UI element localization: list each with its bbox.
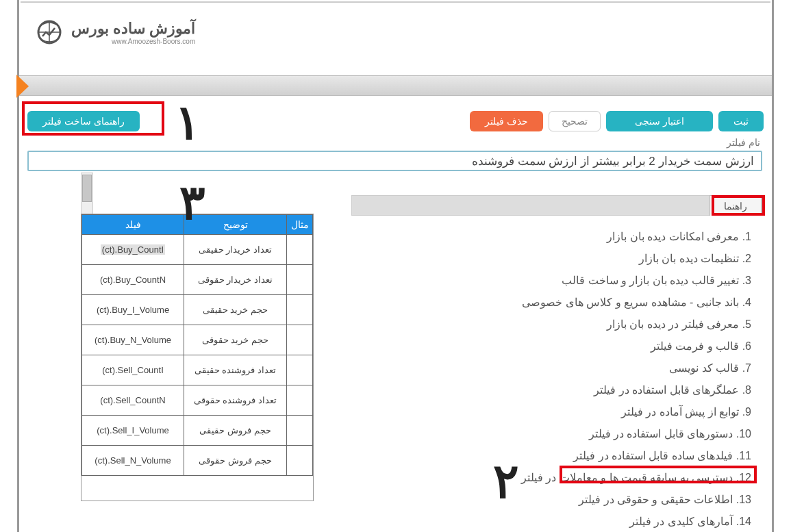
help-item[interactable]: قالب و فرمت فیلتر	[347, 335, 751, 357]
help-item[interactable]: آمارهای کلیدی در فیلتر	[347, 511, 751, 532]
cell-example	[287, 295, 313, 325]
help-item[interactable]: دستورهای قابل استفاده در فیلتر	[347, 423, 751, 445]
table-row: حجم فروش حقیقی(ct).Sell_I_Volume	[82, 416, 313, 446]
help-item[interactable]: تغییر قالب دیده بان بازار و ساخت قالب	[347, 270, 751, 292]
annotation-marker-2: ۲	[493, 453, 519, 509]
col-field: فیلد	[82, 215, 184, 235]
cell-example	[287, 325, 313, 355]
submit-button[interactable]: ثبت	[718, 111, 764, 131]
cell-field[interactable]: (ct).Buy_CountI	[82, 235, 184, 265]
help-item[interactable]: عملگرهای قابل استفاده در فیلتر	[347, 379, 751, 401]
fields-table: مثال توضیح فیلد تعداد خریدار حقیقی(ct).B…	[81, 214, 313, 476]
annotation-marker-3: ۳	[179, 175, 205, 231]
scroll-thumb[interactable]	[82, 175, 92, 202]
table-row: تعداد فروشنده حقیقی(ct).Sell_CountI	[82, 355, 313, 385]
cell-field[interactable]: (ct).Sell_CountI	[82, 355, 184, 385]
table-row: تعداد خریدار حقوقی(ct).Buy_CountN	[82, 265, 313, 295]
fields-table-panel: مثال توضیح فیلد تعداد خریدار حقیقی(ct).B…	[81, 214, 314, 501]
cell-desc: تعداد خریدار حقوقی	[184, 265, 287, 295]
help-build-filter-button[interactable]: راهنمای ساخت فیلتر	[27, 111, 140, 131]
help-item[interactable]: باند جانبی - مشاهده سریع و کلاس های خصوص…	[347, 292, 751, 314]
table-row: حجم خرید حقیقی(ct).Buy_I_Volume	[82, 295, 313, 325]
cell-desc: تعداد خریدار حقیقی	[184, 235, 287, 265]
cell-example	[287, 416, 313, 446]
toolbar: ثبت اعتبار سنجی تصحیح حذف فیلتر راهنمای …	[27, 108, 764, 134]
help-item[interactable]: اطلاعات حقیقی و حقوقی در فیلتر	[347, 489, 751, 511]
table-row: تعداد خریدار حقیقی(ct).Buy_CountI	[82, 235, 313, 265]
filter-name-label: نام فیلتر	[727, 137, 760, 148]
correct-button[interactable]: تصحیح	[549, 111, 601, 131]
help-item[interactable]: معرفی امکانات دیده بان بازار	[347, 226, 751, 248]
cell-field[interactable]: (ct).Buy_N_Volume	[82, 325, 184, 355]
cell-desc: حجم فروش حقوقی	[184, 446, 287, 476]
logo-title: آموزش ساده بورس	[71, 20, 195, 38]
header-bar	[19, 75, 772, 96]
cell-field[interactable]: (ct).Sell_N_Volume	[82, 446, 184, 476]
cell-field[interactable]: (ct).Sell_I_Volume	[82, 416, 184, 446]
table-row: حجم فروش حقوقی(ct).Sell_N_Volume	[82, 446, 313, 476]
help-item[interactable]: فیلدهای ساده قابل استفاده در فیلتر	[347, 445, 751, 467]
cell-desc: حجم خرید حقوقی	[184, 325, 287, 355]
col-example: مثال	[287, 215, 313, 235]
top-divider	[21, 1, 770, 3]
site-logo: آموزش ساده بورس www.Amoozesh-Boors.com	[34, 17, 195, 47]
help-item[interactable]: دسترسی به سابقه قیمت ها و معاملات در فیل…	[347, 467, 751, 489]
cell-field[interactable]: (ct).Buy_CountN	[82, 265, 184, 295]
help-tab-bar: راهنما	[351, 195, 762, 216]
help-item[interactable]: معرفی فیلتر در دیده بان بازار	[347, 314, 751, 335]
filter-name-input[interactable]	[27, 151, 762, 171]
cell-desc: حجم فروش حقیقی	[184, 416, 287, 446]
annotation-marker-1: ۱	[175, 94, 201, 151]
help-list: معرفی امکانات دیده بان بازارتنظیمات دیده…	[347, 226, 751, 532]
cell-field[interactable]: (ct).Buy_I_Volume	[82, 295, 184, 325]
cell-desc: تعداد فروشنده حقوقی	[184, 385, 287, 416]
globe-chart-icon	[34, 17, 64, 47]
tab-help[interactable]: راهنما	[710, 195, 762, 216]
cell-desc: حجم خرید حقیقی	[184, 295, 287, 325]
cell-example	[287, 385, 313, 416]
cell-example	[287, 235, 313, 265]
table-row: حجم خرید حقوقی(ct).Buy_N_Volume	[82, 325, 313, 355]
cell-example	[287, 446, 313, 476]
logo-subtitle: www.Amoozesh-Boors.com	[71, 38, 195, 45]
help-item[interactable]: تنظیمات دیده بان بازار	[347, 248, 751, 270]
orange-notch-icon	[16, 75, 29, 98]
delete-filter-button[interactable]: حذف فیلتر	[470, 111, 543, 131]
help-item[interactable]: قالب کد نویسی	[347, 357, 751, 379]
cell-example	[287, 265, 313, 295]
cell-example	[287, 355, 313, 385]
validate-button[interactable]: اعتبار سنجی	[606, 111, 713, 131]
table-row: تعداد فروشنده حقوقی(ct).Sell_CountN	[82, 385, 313, 416]
help-item[interactable]: توابع از پیش آماده در فیلتر	[347, 401, 751, 423]
cell-desc: تعداد فروشنده حقیقی	[184, 355, 287, 385]
cell-field[interactable]: (ct).Sell_CountN	[82, 385, 184, 416]
